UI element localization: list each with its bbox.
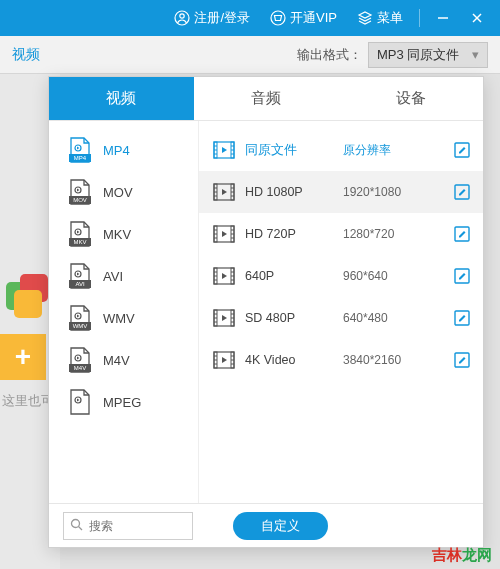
film-icon — [213, 309, 235, 327]
film-icon — [213, 183, 235, 201]
resolution-list: 同原文件 原分辨率 HD 1080P 1920*1080 HD 720P 128… — [199, 121, 483, 503]
drag-hint-text: 这里也可 — [2, 392, 54, 410]
svg-rect-8 — [14, 290, 42, 318]
resolution-item[interactable]: 4K Video 3840*2160 — [199, 339, 483, 381]
user-icon — [174, 10, 190, 26]
vip-link[interactable]: 开通VIP — [262, 5, 345, 31]
svg-point-76 — [72, 519, 80, 527]
file-icon: WMV — [69, 305, 91, 331]
edit-button[interactable] — [451, 223, 473, 245]
svg-point-1 — [180, 14, 184, 18]
film-icon — [213, 225, 235, 243]
resolution-dimensions: 3840*2160 — [343, 353, 441, 367]
file-icon: AVI — [69, 263, 91, 289]
menu-link[interactable]: 菜单 — [349, 5, 411, 31]
tab-audio[interactable]: 音频 — [194, 77, 339, 120]
watermark: 吉林龙网 吉林龙网 — [432, 546, 492, 565]
format-list: MP4 MP4 MOV MOV MKV MKV AVI AVI WMV WMV … — [49, 121, 199, 503]
add-file-button[interactable]: + — [0, 334, 46, 380]
title-bar: 注册/登录 开通VIP 菜单 — [0, 0, 500, 36]
resolution-label: HD 1080P — [245, 185, 333, 199]
chevron-down-icon: ▾ — [472, 47, 479, 62]
format-label: WMV — [103, 311, 135, 326]
film-icon — [213, 267, 235, 285]
format-item-mpeg[interactable]: MPEG — [49, 381, 198, 423]
menu-label: 菜单 — [377, 9, 403, 27]
resolution-item[interactable]: 640P 960*640 — [199, 255, 483, 297]
format-panel: 视频 音频 设备 MP4 MP4 MOV MOV MKV MKV AVI AVI… — [48, 76, 484, 548]
resolution-item[interactable]: SD 480P 640*480 — [199, 297, 483, 339]
output-format-value: MP3 同原文件 — [377, 46, 459, 64]
resolution-label: 同原文件 — [245, 142, 333, 159]
custom-button[interactable]: 自定义 — [233, 512, 328, 540]
film-icon — [213, 141, 235, 159]
edit-button[interactable] — [451, 349, 473, 371]
format-label: MPEG — [103, 395, 141, 410]
resolution-item[interactable]: HD 1080P 1920*1080 — [199, 171, 483, 213]
output-format-label: 输出格式： — [297, 46, 362, 64]
resolution-label: HD 720P — [245, 227, 333, 241]
file-icon: MKV — [69, 221, 91, 247]
login-link[interactable]: 注册/登录 — [166, 5, 258, 31]
resolution-dimensions: 1920*1080 — [343, 185, 441, 199]
format-item-avi[interactable]: AVI AVI — [49, 255, 198, 297]
subbar-video-tab[interactable]: 视频 — [12, 46, 40, 64]
edit-button[interactable] — [451, 265, 473, 287]
login-label: 注册/登录 — [194, 9, 250, 27]
format-label: AVI — [103, 269, 123, 284]
tab-video[interactable]: 视频 — [49, 77, 194, 120]
file-icon: M4V — [69, 347, 91, 373]
panel-footer: 自定义 — [49, 503, 483, 547]
search-input[interactable] — [89, 519, 186, 533]
resolution-item[interactable]: 同原文件 原分辨率 — [199, 129, 483, 171]
edit-button[interactable] — [451, 139, 473, 161]
format-item-mkv[interactable]: MKV MKV — [49, 213, 198, 255]
divider — [419, 9, 420, 27]
film-icon — [213, 351, 235, 369]
svg-line-77 — [79, 526, 83, 530]
format-item-wmv[interactable]: WMV WMV — [49, 297, 198, 339]
format-label: MOV — [103, 185, 133, 200]
vip-label: 开通VIP — [290, 9, 337, 27]
tab-device[interactable]: 设备 — [338, 77, 483, 120]
format-label: M4V — [103, 353, 130, 368]
panel-tabs: 视频 音频 设备 — [49, 77, 483, 121]
sub-bar: 视频 输出格式： MP3 同原文件 ▾ — [0, 36, 500, 74]
file-icon: MOV — [69, 179, 91, 205]
format-item-mp4[interactable]: MP4 MP4 — [49, 129, 198, 171]
svg-point-2 — [271, 11, 285, 25]
resolution-item[interactable]: HD 720P 1280*720 — [199, 213, 483, 255]
output-format-select[interactable]: MP3 同原文件 ▾ — [368, 42, 488, 68]
format-item-mov[interactable]: MOV MOV — [49, 171, 198, 213]
file-icon: MP4 — [69, 137, 91, 163]
resolution-label: 4K Video — [245, 353, 333, 367]
apps-icon — [6, 274, 54, 322]
format-label: MKV — [103, 227, 131, 242]
file-icon — [69, 389, 91, 415]
close-button[interactable] — [462, 3, 492, 33]
resolution-dimensions: 640*480 — [343, 311, 441, 325]
resolution-label: 640P — [245, 269, 333, 283]
edit-button[interactable] — [451, 181, 473, 203]
format-label: MP4 — [103, 143, 130, 158]
minimize-button[interactable] — [428, 3, 458, 33]
format-item-m4v[interactable]: M4V M4V — [49, 339, 198, 381]
search-box[interactable] — [63, 512, 193, 540]
resolution-label: SD 480P — [245, 311, 333, 325]
stack-icon — [357, 10, 373, 26]
search-icon — [70, 517, 83, 535]
edit-button[interactable] — [451, 307, 473, 329]
cart-icon — [270, 10, 286, 26]
resolution-dimensions: 原分辨率 — [343, 142, 441, 159]
resolution-dimensions: 960*640 — [343, 269, 441, 283]
resolution-dimensions: 1280*720 — [343, 227, 441, 241]
